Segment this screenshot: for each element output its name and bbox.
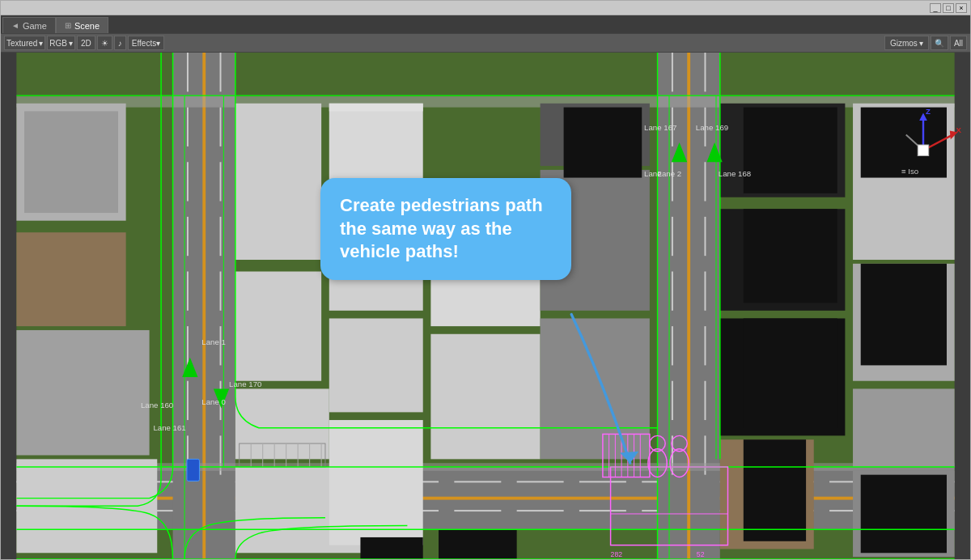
svg-text:Lane 168: Lane 168 — [719, 169, 751, 178]
svg-rect-98 — [744, 108, 837, 193]
audio-icon: ♪ — [118, 39, 122, 48]
svg-rect-36 — [187, 108, 189, 146]
svg-rect-55 — [672, 162, 673, 201]
svg-rect-53 — [672, 53, 673, 91]
svg-rect-47 — [220, 271, 222, 310]
svg-rect-25 — [454, 510, 501, 511]
app-window: _ □ × ◄ Game ⊞ Scene Textured ▾ RGB ▾ 2D… — [0, 0, 971, 560]
svg-rect-76 — [235, 104, 321, 260]
svg-rect-72 — [24, 111, 118, 213]
svg-rect-57 — [672, 271, 673, 310]
svg-rect-74 — [16, 330, 149, 456]
svg-rect-73 — [16, 232, 125, 326]
tab-scene[interactable]: ⊞ Scene — [56, 17, 108, 33]
rgb-label: RGB — [49, 39, 67, 48]
svg-rect-156 — [918, 145, 929, 156]
svg-text:Lane 170: Lane 170 — [229, 380, 261, 388]
svg-rect-35 — [187, 53, 189, 91]
svg-rect-82 — [329, 318, 423, 412]
svg-rect-41 — [187, 381, 189, 420]
textured-chevron: ▾ — [39, 39, 43, 48]
svg-rect-56 — [672, 217, 673, 256]
svg-text:Lane 2: Lane 2 — [658, 169, 682, 178]
svg-text:Lane 161: Lane 161 — [153, 423, 185, 432]
title-bar-controls: _ □ × — [930, 3, 967, 13]
svg-text:Lane 1: Lane 1 — [201, 337, 226, 346]
svg-rect-117 — [187, 459, 199, 481]
svg-rect-105 — [360, 537, 422, 559]
2d-button[interactable]: 2D — [77, 36, 95, 50]
speech-bubble: Create pedestrians path the same way as … — [320, 178, 571, 280]
svg-rect-43 — [220, 53, 222, 91]
2d-label: 2D — [81, 39, 91, 48]
scene-viewport[interactable]: Lane 167 Lane 169 Lane 2 Lane 2 Lane 168… — [1, 53, 970, 559]
svg-rect-102 — [744, 318, 837, 427]
svg-rect-59 — [672, 381, 673, 420]
svg-rect-67 — [704, 381, 706, 420]
svg-rect-27 — [579, 510, 626, 511]
rgb-chevron: ▾ — [69, 39, 73, 48]
svg-text:≡ Iso: ≡ Iso — [901, 167, 918, 176]
textured-label: Textured — [6, 39, 37, 48]
svg-text:Lane 169: Lane 169 — [696, 123, 728, 132]
effects-chevron: ▾ — [156, 39, 160, 48]
svg-rect-46 — [220, 217, 222, 256]
svg-rect-34 — [202, 53, 206, 559]
svg-text:Lane 167: Lane 167 — [644, 123, 676, 132]
svg-text:Z: Z — [926, 107, 931, 116]
effects-button[interactable]: Effects ▾ — [128, 36, 164, 50]
title-bar: _ □ × — [1, 1, 970, 15]
svg-rect-77 — [235, 271, 321, 380]
audio-button[interactable]: ♪ — [114, 36, 126, 50]
svg-text:52: 52 — [697, 550, 705, 558]
close-button[interactable]: × — [956, 3, 967, 13]
svg-rect-12 — [579, 481, 626, 482]
speech-bubble-text: Create pedestrians path the same way as … — [340, 195, 543, 261]
svg-rect-52 — [687, 53, 690, 559]
svg-rect-37 — [187, 162, 189, 201]
sun-icon: ☀ — [101, 39, 108, 48]
svg-rect-66 — [704, 326, 706, 365]
svg-rect-103 — [744, 439, 806, 541]
svg-rect-11 — [517, 481, 564, 482]
svg-text:Lane 160: Lane 160 — [141, 401, 173, 409]
search-icon-button[interactable]: 🔍 — [931, 36, 948, 50]
svg-rect-44 — [220, 108, 222, 146]
svg-rect-63 — [704, 162, 706, 201]
svg-rect-38 — [187, 217, 189, 256]
textured-dropdown[interactable]: Textured ▾ — [4, 36, 45, 50]
sun-button[interactable]: ☀ — [97, 36, 112, 50]
tab-scene-label: Scene — [74, 21, 100, 31]
svg-rect-101 — [861, 264, 947, 366]
rgb-dropdown[interactable]: RGB ▾ — [47, 36, 75, 50]
svg-rect-95 — [853, 388, 955, 467]
search-all-label: All — [950, 36, 967, 50]
tab-game-label: Game — [23, 21, 47, 31]
svg-rect-88 — [541, 318, 650, 459]
viewport-container: Lane 167 Lane 169 Lane 2 Lane 2 Lane 168… — [1, 53, 970, 559]
svg-rect-104 — [861, 475, 947, 554]
svg-rect-65 — [704, 271, 706, 310]
search-icon: 🔍 — [935, 39, 944, 48]
svg-rect-26 — [517, 510, 564, 511]
search-all-text: All — [954, 39, 963, 48]
svg-rect-61 — [704, 53, 706, 91]
toolbar: Textured ▾ RGB ▾ 2D ☀ ♪ Effects ▾ Gizmos… — [1, 33, 970, 53]
scene-tab-icon: ⊞ — [65, 21, 71, 30]
gizmos-chevron: ▾ — [919, 39, 923, 48]
svg-rect-85 — [430, 334, 540, 460]
effects-label: Effects — [132, 39, 156, 48]
maximize-button[interactable]: □ — [943, 3, 954, 13]
svg-rect-64 — [704, 217, 706, 256]
game-tab-icon: ◄ — [11, 21, 19, 30]
svg-rect-106 — [439, 529, 517, 559]
svg-rect-40 — [187, 326, 189, 365]
tab-game[interactable]: ◄ Game — [2, 17, 56, 33]
minimize-button[interactable]: _ — [930, 3, 941, 13]
svg-text:X: X — [956, 125, 962, 134]
svg-rect-10 — [454, 481, 501, 482]
svg-rect-45 — [220, 162, 222, 201]
svg-rect-58 — [672, 326, 673, 365]
svg-text:Lane 0: Lane 0 — [201, 397, 226, 406]
gizmos-button[interactable]: Gizmos ▾ — [884, 36, 929, 50]
